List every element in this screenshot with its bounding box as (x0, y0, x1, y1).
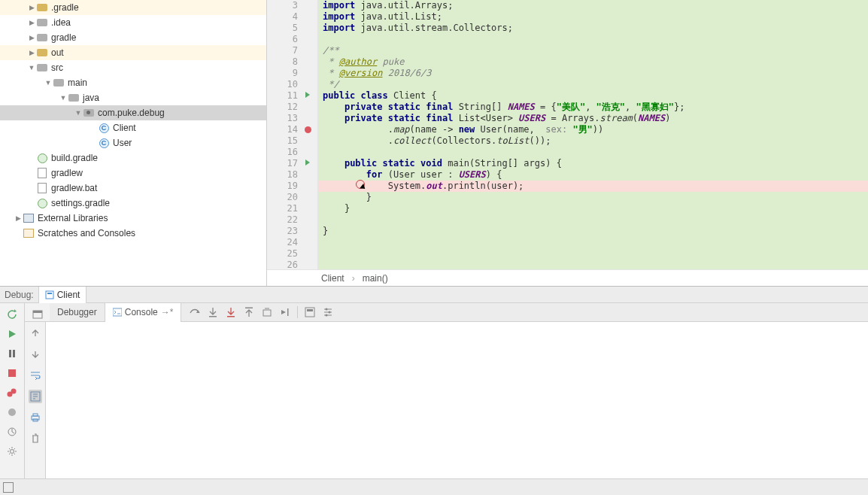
code-line-24[interactable] (318, 237, 868, 248)
tree-item--idea[interactable]: .idea (0, 15, 266, 30)
gutter-line-21[interactable]: 21 (267, 203, 317, 214)
run-gutter-icon[interactable] (305, 92, 310, 98)
tree-item-settings-gradle[interactable]: settings.gradle (0, 196, 266, 211)
drop-frame-button[interactable] (261, 306, 273, 318)
gutter-line-10[interactable]: 10 (267, 79, 317, 90)
get-thread-dump-button[interactable] (5, 425, 19, 439)
editor-gutter[interactable]: 3456789101112131415161718192021222324252… (267, 0, 318, 269)
tree-item-gradlew[interactable]: gradlew (0, 166, 266, 181)
tree-item-java[interactable]: java (0, 90, 266, 105)
code-line-9[interactable]: * @version 2018/6/3 (318, 68, 868, 79)
run-gutter-icon[interactable] (305, 159, 310, 166)
code-line-16[interactable] (318, 147, 868, 158)
gutter-line-26[interactable]: 26 (267, 260, 317, 269)
clear-all-button[interactable] (29, 432, 42, 445)
code-line-22[interactable] (318, 214, 868, 226)
code-line-10[interactable]: */ (318, 79, 868, 90)
gutter-line-17[interactable]: 17 (267, 158, 317, 169)
gutter-line-7[interactable]: 7 (267, 45, 317, 56)
resume-button[interactable] (5, 327, 19, 341)
gutter-line-3[interactable]: 3 (267, 0, 317, 11)
gutter-line-8[interactable]: 8 (267, 56, 317, 68)
mute-breakpoints-button[interactable] (5, 405, 19, 419)
code-line-25[interactable] (318, 248, 868, 260)
step-over-button[interactable] (189, 306, 201, 318)
restore-layout-button[interactable] (31, 308, 44, 321)
evaluate-expression-button[interactable] (304, 306, 316, 318)
code-line-21[interactable]: } (318, 203, 868, 214)
step-out-button[interactable] (243, 306, 255, 318)
gutter-line-24[interactable]: 24 (267, 237, 317, 248)
tool-window-quick-access-icon[interactable] (3, 482, 14, 493)
code-line-13[interactable]: private static final List<User> USERS = … (318, 113, 868, 124)
disclosure-arrow-icon[interactable] (27, 49, 36, 56)
tree-item-gradlew-bat[interactable]: gradlew.bat (0, 181, 266, 196)
run-to-cursor-button[interactable] (279, 306, 291, 318)
disclosure-arrow-icon[interactable] (27, 19, 36, 26)
down-stack-button[interactable] (29, 348, 42, 361)
stop-button[interactable] (5, 366, 19, 380)
gutter-line-16[interactable]: 16 (267, 147, 317, 158)
gutter-line-4[interactable]: 4 (267, 11, 317, 23)
code-line-26[interactable] (318, 260, 868, 269)
gutter-line-11[interactable]: 11 (267, 90, 317, 102)
code-line-4[interactable]: import java.util.List; (318, 11, 868, 23)
code-line-5[interactable]: import java.util.stream.Collectors; (318, 23, 868, 34)
tree-item--gradle[interactable]: .gradle (0, 0, 266, 15)
breakpoint-icon[interactable] (305, 126, 311, 133)
gutter-line-25[interactable]: 25 (267, 248, 317, 260)
rerun-button[interactable] (5, 308, 19, 321)
disclosure-arrow-icon[interactable] (27, 64, 36, 71)
up-stack-button[interactable] (29, 326, 42, 340)
project-tree[interactable]: .gradle.ideagradleoutsrcmainjavacom.puke… (0, 0, 267, 286)
code-line-19[interactable]: System.out.println(user); (318, 181, 868, 192)
step-into-button[interactable] (207, 306, 219, 318)
disclosure-arrow-icon[interactable] (59, 94, 68, 102)
breadcrumb-bar[interactable]: Client › main() (267, 269, 868, 286)
gutter-line-22[interactable]: 22 (267, 214, 317, 226)
code-area[interactable]: import java.util.Arrays;import java.util… (318, 0, 868, 269)
console-output[interactable] (46, 322, 868, 478)
soft-wrap-button[interactable] (29, 369, 42, 382)
force-step-into-button[interactable] (225, 306, 237, 318)
tree-item-out[interactable]: out (0, 45, 266, 60)
tree-item-client[interactable]: CClient (0, 120, 266, 135)
gutter-line-12[interactable]: 12 (267, 102, 317, 113)
tab-debugger[interactable]: Debugger (50, 303, 105, 322)
breadcrumb-item[interactable]: Client (321, 273, 344, 284)
gutter-line-20[interactable]: 20 (267, 192, 317, 203)
print-button[interactable] (29, 411, 42, 424)
gutter-line-23[interactable]: 23 (267, 226, 317, 237)
code-line-8[interactable]: * @author puke (318, 56, 868, 68)
gutter-line-19[interactable]: 19 (267, 181, 317, 192)
settings-button[interactable] (5, 445, 19, 458)
code-line-7[interactable]: /** (318, 45, 868, 56)
code-line-15[interactable]: .collect(Collectors.toList()); (318, 135, 868, 147)
code-line-18[interactable]: for (User user : USERS) { (318, 169, 868, 181)
tool-window-bottom-strip[interactable] (0, 478, 868, 495)
gutter-line-13[interactable]: 13 (267, 113, 317, 124)
scroll-to-end-button[interactable] (29, 390, 42, 403)
tree-item-com-puke-debug[interactable]: com.puke.debug (0, 105, 266, 120)
code-line-14[interactable]: .map(name -> new User(name, sex: "男")) (318, 124, 868, 135)
tree-item-gradle[interactable]: gradle (0, 30, 266, 45)
gutter-line-5[interactable]: 5 (267, 23, 317, 34)
external-libraries[interactable]: External Libraries (0, 211, 266, 226)
code-line-20[interactable]: } (318, 192, 868, 203)
view-breakpoints-button[interactable] (5, 386, 19, 399)
tab-console[interactable]: Console →* (105, 303, 182, 322)
disclosure-arrow-icon[interactable] (27, 4, 36, 11)
pause-button[interactable] (5, 347, 19, 360)
code-line-17[interactable]: public static void main(String[] args) { (318, 158, 868, 169)
disclosure-arrow-icon[interactable] (44, 79, 53, 87)
code-line-6[interactable] (318, 34, 868, 45)
trace-current-stream-chain-button[interactable] (322, 306, 334, 318)
scratches-and-consoles[interactable]: Scratches and Consoles (0, 226, 266, 241)
gutter-line-18[interactable]: 18 (267, 169, 317, 181)
code-line-23[interactable]: } (318, 226, 868, 237)
gutter-line-14[interactable]: 14 (267, 124, 317, 135)
code-line-12[interactable]: private static final String[] NAMES = {"… (318, 102, 868, 113)
code-line-3[interactable]: import java.util.Arrays; (318, 0, 868, 11)
breadcrumb-item[interactable]: main() (363, 273, 388, 284)
disclosure-arrow-icon[interactable] (27, 34, 36, 41)
